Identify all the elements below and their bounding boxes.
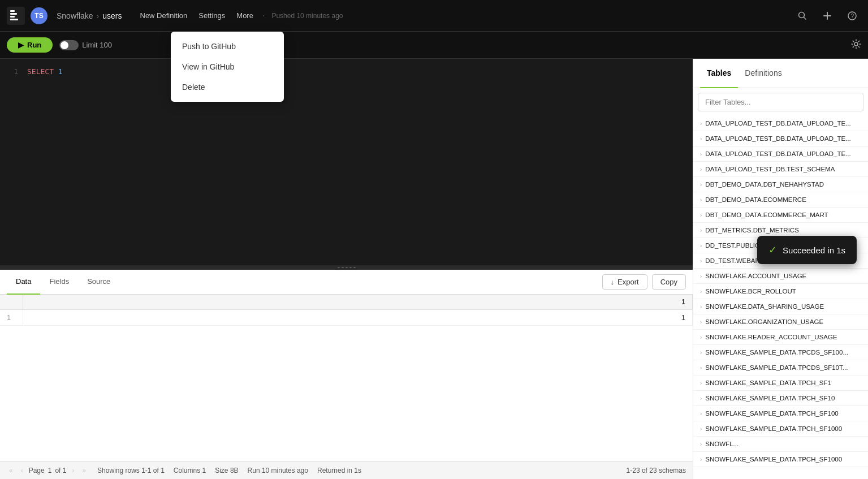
schema-chevron-icon: › bbox=[700, 288, 702, 295]
schema-item[interactable]: ›DBT_DEMO_DATA.DBT_NEHAHYSTAD bbox=[693, 177, 868, 192]
run-button[interactable]: ▶ Run bbox=[7, 37, 53, 53]
schema-item[interactable]: ›SNOWFLAKE_SAMPLE_DATA.TPCH_SF1000 bbox=[693, 452, 868, 467]
schema-item[interactable]: ›DATA_UPLOAD_TEST_DB.DATA_UPLOAD_TE... bbox=[693, 116, 868, 131]
nav-next[interactable]: › bbox=[70, 465, 76, 476]
keyword-select: SELECT bbox=[27, 67, 54, 76]
filter-tables-input[interactable] bbox=[698, 93, 863, 111]
schema-name: SNOWFLAKE_SAMPLE_DATA.TPCH_SF1000 bbox=[705, 456, 842, 463]
avatar[interactable]: TS bbox=[31, 7, 47, 24]
divider-dot-4 bbox=[349, 267, 352, 268]
limit-toggle[interactable]: Limit 100 bbox=[59, 40, 112, 50]
of-label: of 1 bbox=[55, 467, 66, 474]
table-col-1-header: 1 bbox=[23, 295, 693, 310]
code-value: 1 bbox=[58, 67, 63, 76]
schema-item[interactable]: ›SNOWFLAKE_SAMPLE_DATA.TPCH_SF1000 bbox=[693, 421, 868, 437]
schema-name: DATA_UPLOAD_TEST_DB.DATA_UPLOAD_TE... bbox=[705, 120, 850, 127]
row-num-1: 1 bbox=[0, 310, 23, 326]
schema-item[interactable]: ›DATA_UPLOAD_TEST_DB.DATA_UPLOAD_TE... bbox=[693, 146, 868, 162]
export-button[interactable]: ↓ Export bbox=[602, 274, 647, 290]
showing-label: Showing rows 1-1 of 1 bbox=[97, 467, 165, 474]
schema-name: SNOWFLAKE.ACCOUNT_USAGE bbox=[705, 273, 806, 279]
tab-fields[interactable]: Fields bbox=[40, 270, 78, 295]
right-panel-tabs: Tables Definitions bbox=[693, 59, 868, 88]
schema-name: SNOWFLAKE_SAMPLE_DATA.TPCH_SF1 bbox=[705, 379, 831, 386]
returned-label: Returned in 1s bbox=[317, 467, 361, 474]
schema-item[interactable]: ›SNOWFLAKE.DATA_SHARING_USAGE bbox=[693, 299, 868, 314]
tab-source[interactable]: Source bbox=[78, 270, 119, 295]
schema-item[interactable]: ›DATA_UPLOAD_TEST_DB.TEST_SCHEMA bbox=[693, 162, 868, 177]
app-logo bbox=[7, 7, 25, 25]
schema-item[interactable]: ›DBT_DEMO_DATA.ECOMMERCE bbox=[693, 192, 868, 208]
schema-chevron-icon: › bbox=[700, 227, 702, 234]
data-table[interactable]: 1 1 1 bbox=[0, 295, 693, 461]
schema-name: DBT_DEMO_DATA.ECOMMERCE_MART bbox=[705, 212, 828, 218]
schema-item[interactable]: ›DBT_DEMO_DATA.ECOMMERCE_MART bbox=[693, 208, 868, 223]
tab-data[interactable]: Data bbox=[7, 270, 40, 295]
schema-name: DATA_UPLOAD_TEST_DB.DATA_UPLOAD_TE... bbox=[705, 150, 850, 157]
schema-item[interactable]: ›SNOWFLAKE.ACCOUNT_USAGE bbox=[693, 269, 868, 284]
plus-icon-btn[interactable] bbox=[818, 7, 836, 25]
nav-first[interactable]: « bbox=[7, 465, 15, 476]
nav-new-definition[interactable]: New Definition bbox=[136, 9, 192, 22]
schema-chevron-icon: › bbox=[700, 120, 702, 127]
schema-chevron-icon: › bbox=[700, 319, 702, 325]
schema-chevron-icon: › bbox=[700, 212, 702, 218]
status-bar: « ‹ Page 1 of 1 › » Showing rows 1-1 of … bbox=[0, 461, 693, 479]
schema-item[interactable]: ›SNOWFLAKE_SAMPLE_DATA.TPCH_SF10 bbox=[693, 391, 868, 406]
schema-chevron-icon: › bbox=[700, 411, 702, 417]
schema-item[interactable]: ›SNOWFLAKE_SAMPLE_DATA.TPCH_SF100 bbox=[693, 406, 868, 421]
results-actions: ↓ Export Copy bbox=[602, 274, 686, 290]
nav-more[interactable]: More bbox=[232, 9, 258, 22]
schema-name: SNOWFLAKE.DATA_SHARING_USAGE bbox=[705, 303, 824, 310]
svg-rect-2 bbox=[10, 13, 17, 15]
dropdown-delete[interactable]: Delete bbox=[171, 77, 284, 97]
settings-gear-icon[interactable] bbox=[851, 39, 861, 51]
schema-item[interactable]: ›SNOWFL... bbox=[693, 437, 868, 452]
columns-label: Columns 1 bbox=[174, 467, 206, 474]
nav-last[interactable]: » bbox=[80, 465, 88, 476]
schema-name: SNOWFLAKE_SAMPLE_DATA.TPCH_SF10 bbox=[705, 395, 835, 402]
svg-point-11 bbox=[854, 42, 858, 46]
nav-settings[interactable]: Settings bbox=[194, 9, 230, 22]
svg-rect-1 bbox=[10, 10, 15, 12]
more-dropdown-menu: Push to GitHub View in GitHub Delete bbox=[171, 32, 284, 102]
schema-chevron-icon: › bbox=[700, 136, 702, 142]
results-tabs: Data Fields Source ↓ Export Copy bbox=[0, 270, 693, 295]
copy-button[interactable]: Copy bbox=[652, 274, 686, 290]
schema-name: DD_TEST.PUBLIC bbox=[705, 242, 759, 249]
schema-chevron-icon: › bbox=[700, 380, 702, 386]
main-layout: 1 SELECT 1 Data Fields bbox=[0, 59, 868, 479]
help-icon-btn[interactable]: ? bbox=[843, 7, 861, 25]
search-icon-btn[interactable] bbox=[793, 7, 811, 25]
schema-list: ›DATA_UPLOAD_TEST_DB.DATA_UPLOAD_TE...›D… bbox=[693, 116, 868, 479]
breadcrumb-separator: › bbox=[97, 11, 100, 20]
code-editor[interactable]: 1 SELECT 1 bbox=[0, 59, 693, 265]
dropdown-view-github[interactable]: View in GitHub bbox=[171, 57, 284, 77]
schema-chevron-icon: › bbox=[700, 426, 702, 432]
schema-name: SNOWFLAKE_SAMPLE_DATA.TPCH_SF1000 bbox=[705, 425, 842, 432]
toast-message: Succeeded in 1s bbox=[783, 245, 845, 255]
schema-name: DBT_DEMO_DATA.DBT_NEHAHYSTAD bbox=[705, 181, 824, 188]
run-label: Run 10 minutes ago bbox=[248, 467, 308, 474]
schema-item[interactable]: ›SNOWFLAKE.READER_ACCOUNT_USAGE bbox=[693, 330, 868, 345]
schema-name: SNOWFLAKE_SAMPLE_DATA.TPCDS_SF10T... bbox=[705, 364, 848, 371]
schema-item[interactable]: ›SNOWFLAKE_SAMPLE_DATA.TPCDS_SF10T... bbox=[693, 360, 868, 376]
limit-label: Limit 100 bbox=[82, 41, 112, 49]
schema-item[interactable]: ›DATA_UPLOAD_TEST_DB.DATA_UPLOAD_TE... bbox=[693, 131, 868, 146]
page-num: 1 bbox=[48, 467, 52, 474]
schema-chevron-icon: › bbox=[700, 365, 702, 371]
schema-item[interactable]: ›SNOWFLAKE.ORGANIZATION_USAGE bbox=[693, 314, 868, 330]
limit-pill[interactable] bbox=[59, 40, 79, 50]
schema-name: DD_TEST.WEBAPP bbox=[705, 257, 764, 264]
schema-chevron-icon: › bbox=[700, 197, 702, 203]
schema-item[interactable]: ›SNOWFLAKE_SAMPLE_DATA.TPCH_SF1 bbox=[693, 376, 868, 391]
schema-item[interactable]: ›SNOWFLAKE.BCR_ROLLOUT bbox=[693, 284, 868, 299]
toolbar: ▶ Run Limit 100 bbox=[0, 32, 868, 59]
dropdown-push-github[interactable]: Push to GitHub bbox=[171, 36, 284, 57]
tab-tables[interactable]: Tables bbox=[700, 59, 738, 88]
nav-prev[interactable]: ‹ bbox=[19, 465, 25, 476]
success-toast: ✓ Succeeded in 1s bbox=[757, 236, 857, 264]
schema-item[interactable]: ›SNOWFLAKE_SAMPLE_DATA.TPCDS_SF100... bbox=[693, 345, 868, 360]
separator-dot: · bbox=[262, 11, 265, 21]
tab-definitions[interactable]: Definitions bbox=[738, 59, 788, 88]
